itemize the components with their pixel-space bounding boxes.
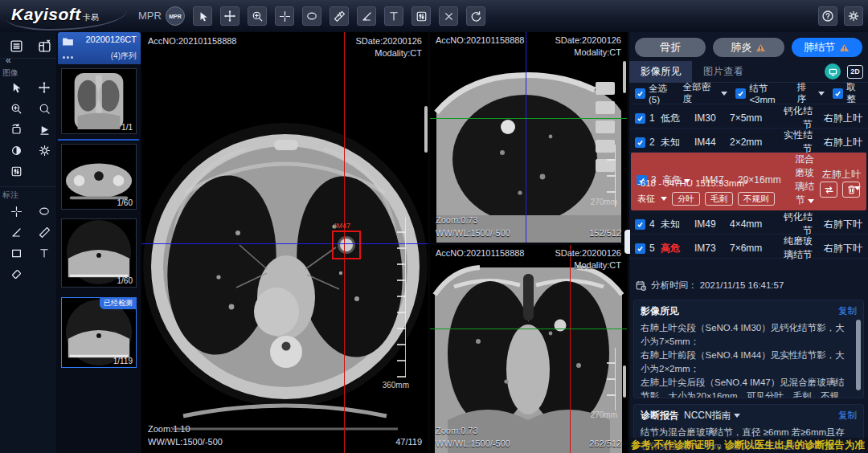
series-list-button[interactable] [7,37,25,55]
study-tab[interactable]: 20200126CT (4)序列 [58,32,141,64]
nodule-row-1[interactable]: 1 低危 IM30 7×5mm 钙化结节 右肺上叶 [629,104,868,129]
chevron-down-icon [818,92,825,96]
coronal-ruler [607,348,616,410]
sagittal-crosshair-horizontal[interactable] [430,118,627,119]
side-play-button[interactable] [35,120,53,138]
axial-slice-scrollbar[interactable] [424,106,428,153]
coronal-viewport[interactable]: 270mm AccNO:202101158888 SDate:20200126 … [430,245,627,453]
tab-imaging-findings[interactable]: 影像所见 [629,61,692,83]
side-crosshair-button[interactable] [7,202,25,220]
sagittal-crosshair-vertical[interactable] [526,32,526,243]
round-checkbox[interactable]: 取整 [833,81,862,105]
nodule-row-2[interactable]: 2 未知 IM44 2×2mm 实性结节 右肺上叶 [629,129,868,153]
nodule-size: 7×6mm [730,243,783,254]
window-level-button[interactable] [411,6,431,26]
side-window-level-button[interactable] [7,162,25,180]
thumbnail-series-2[interactable]: 1/60 [61,144,137,210]
nodule-risk: 低危 [661,112,694,125]
side-rect-button[interactable] [7,244,25,262]
layout-button[interactable] [35,37,53,55]
delete-nodule-button[interactable] [842,182,860,198]
side-invert-button[interactable] [7,141,25,159]
side-angle-button[interactable] [7,223,25,241]
side-text-button[interactable] [35,244,53,262]
imaging-findings-section: 影像所见 复制 右肺上叶尖段（SeNO.4 IM30）见钙化结节影，大小为7×5… [633,300,864,398]
coronal-crosshair-horizontal[interactable] [430,329,627,329]
copy-report-button[interactable]: 复制 [838,410,857,422]
thumbnail-series-3[interactable]: 1/60 [61,218,137,288]
module-pneumonia-button[interactable]: 肺炎 [713,38,784,57]
feature-tag[interactable]: 分叶 [672,192,700,206]
sort-dropdown[interactable]: 排序 [797,81,825,105]
magnifier-icon [39,103,51,115]
coronal-slice-scrollbar[interactable] [623,365,626,398]
cursor-tool-button[interactable] [193,6,212,26]
module-lung-nodule-button[interactable]: 肺结节 [792,38,862,57]
ellipse-tool-button[interactable] [302,6,321,26]
checkbox-checked-icon[interactable] [635,113,645,124]
tab-image-view[interactable]: 图片查看 [692,61,755,83]
series-count: (4)序列 [111,51,137,62]
settings-button[interactable] [844,6,863,26]
nodule-detect-label: IM47 [334,222,350,230]
thumbnail-scout[interactable]: 1/1 [61,68,137,134]
small-nodule-checkbox[interactable]: 结节<3mm [735,83,788,104]
side-ellipse-button[interactable] [35,202,53,220]
ct-workstation: Kayisoft卡易 MPR MPR [0,0,868,453]
thumbnail-series-4-selected[interactable]: 已经检测 1/119 [61,297,137,368]
findings-scrollbar[interactable] [856,320,861,390]
reset-button[interactable] [466,6,485,26]
module-fracture-button[interactable]: 骨折 [635,38,706,57]
view-2d-toggle[interactable]: 2D [847,65,863,79]
side-rotate-button[interactable] [7,120,25,138]
nodule-row-4[interactable]: 4 未知 IM49 4×4mm 钙化结节 右肺下叶 [629,210,868,235]
side-magnify-button[interactable] [35,100,53,117]
coronal-crosshair-vertical[interactable] [570,245,571,453]
nodule-type: 钙化结节 [783,104,813,132]
select-all-checkbox[interactable]: 全选(5) [635,83,675,104]
mpr-mode-icon[interactable]: MPR [166,6,185,26]
axial-viewport[interactable]: IM47 360mm AccNO:202101158888 SDate:2020… [141,32,428,453]
checkbox-checked-icon[interactable] [635,137,645,148]
checkbox-checked-icon[interactable] [635,243,645,254]
nodule-row-5[interactable]: 5 高危 IM73 7×6mm 纯磨玻璃结节 右肺下叶 [629,235,868,259]
sagittal-viewport[interactable]: 270mm AccNO:202101158888 SDate:20200126 … [430,32,627,243]
panel-collapse-handle[interactable] [624,230,630,254]
crosshair-tool-button[interactable] [275,6,294,26]
nodule-type-dropdown[interactable]: 混合磨玻璃结节 [791,153,814,207]
coronal-zoom-factor: Zoom:0.73 [436,425,478,437]
nodule-row-3-selected[interactable]: 3 高危 IM47 20×16mm 混合磨玻璃结节 左肺上叶 -618 - 34… [631,153,866,210]
side-pan-button[interactable] [35,79,53,96]
sagittal-slice-scrollbar[interactable] [623,61,626,93]
angle-tool-button[interactable] [357,6,376,26]
side-zoom-in-button[interactable] [7,100,25,117]
small-nodule-label: 结节<3mm [749,83,788,104]
axial-crosshair-horizontal[interactable] [141,243,428,244]
side-eraser-button[interactable] [7,265,25,283]
copy-findings-button[interactable]: 复制 [838,305,857,317]
feature-tag[interactable]: 毛刺 [705,192,733,206]
close-clear-button[interactable] [439,6,458,26]
checkbox-checked-icon[interactable] [635,219,645,230]
mpr-link-icon[interactable] [825,63,841,80]
brand-name: Kayisoft [11,5,81,23]
side-brightness-button[interactable] [35,141,53,159]
relocate-nodule-button[interactable] [820,182,837,198]
side-cursor-button[interactable] [7,79,25,96]
pan-tool-button[interactable] [220,6,240,26]
help-button[interactable] [818,6,837,26]
nodule-detect-box[interactable] [332,231,361,259]
feature-dropdown[interactable]: 表征 [637,193,667,205]
collapse-sidebar-control[interactable]: « [6,55,11,66]
axial-ct-image [141,32,428,453]
guideline-dropdown[interactable]: NCCN指南 [684,409,740,422]
left-tool-sidebar: « 图像 标注 [0,32,56,453]
density-dropdown[interactable]: 全部密度 [683,81,728,105]
axial-zoom-factor: Zoom:1.10 [148,423,190,435]
feature-tag[interactable]: 不规则 [738,192,775,206]
more-icon[interactable] [63,56,77,59]
zoom-tool-button[interactable] [248,6,267,26]
side-measure-button[interactable] [35,223,53,241]
measure-tool-button[interactable] [330,6,349,26]
text-tool-button[interactable] [384,6,403,26]
